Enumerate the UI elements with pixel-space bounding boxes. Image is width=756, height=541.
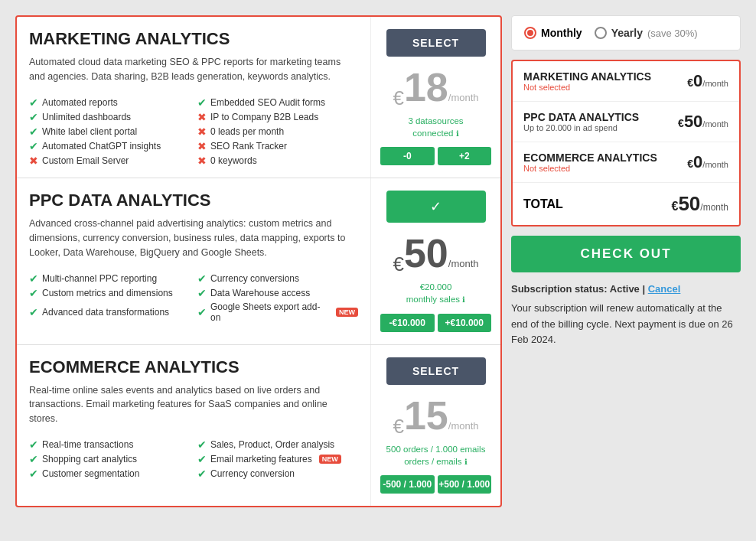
separator: | [642, 283, 647, 295]
ppc-stepper-plus[interactable]: +€10.000 [438, 314, 492, 332]
check-icon: ✔ [29, 140, 38, 152]
feature-chatgpt: ✔ Automated ChatGPT insights [29, 140, 190, 152]
marketing-plan-title: MARKETING ANALYTICS [29, 29, 230, 49]
billing-toggle: Monthly Yearly (save 30%) [511, 15, 741, 51]
subscription-status-label: Subscription status: [511, 283, 608, 295]
ecommerce-plan-right: SELECT €15/month 500 orders / 1.000 emai… [370, 345, 500, 506]
check-icon: ✔ [29, 438, 38, 451]
ppc-price: 50 [404, 231, 448, 275]
summary-marketing-price: 0 [693, 71, 702, 90]
summary-marketing-status: Not selected [523, 83, 651, 92]
check-icon: ✔ [29, 468, 38, 480]
ppc-stepper: -€10.000 +€10.000 [380, 314, 491, 332]
summary-ppc-row: PPC DATA ANALYTICS Up to 20.000 in ad sp… [513, 102, 739, 142]
ppc-selected-button[interactable]: ✓ [386, 191, 486, 223]
subscription-status: Subscription status: Active | Cancel You… [511, 282, 741, 348]
summary-marketing-per: /month [702, 79, 728, 88]
summary-ecom-name: ECOMMERCE ANALYTICS [523, 152, 657, 164]
marketing-stepper-minus[interactable]: -0 [380, 147, 435, 165]
ppc-plan-description: Advanced cross-channel paid advertising … [17, 217, 370, 267]
subscription-description: Your subscription will renew automatical… [511, 301, 741, 348]
ppc-currency: € [393, 253, 403, 275]
feature-segmentation: ✔ Customer segmentation [29, 468, 190, 480]
total-price: 50 [678, 192, 700, 215]
x-icon: ✖ [197, 155, 207, 167]
ecom-currency: € [393, 415, 403, 438]
plans-panel: MARKETING ANALYTICS Automated cloud data… [15, 15, 502, 507]
check-icon: ✔ [197, 287, 207, 299]
yearly-radio-label[interactable]: Yearly (save 30%) [595, 27, 698, 39]
check-icon: ✔ [29, 125, 38, 138]
summary-ecom-per: /month [702, 160, 728, 169]
ppc-plan-features: ✔ Multi-channel PPC reporting ✔ Currency… [17, 268, 370, 332]
check-icon: ✔ [29, 272, 38, 285]
monthly-radio[interactable] [524, 27, 536, 39]
x-icon: ✖ [197, 125, 207, 138]
ppc-plan-right: ✓ €50/month €20.000monthly sales ℹ -€10.… [370, 178, 500, 344]
subscription-cancel-link[interactable]: Cancel [648, 283, 681, 295]
ecommerce-select-button[interactable]: SELECT [386, 357, 486, 385]
marketing-stepper: -0 +2 [380, 147, 491, 165]
feature-shopping-cart: ✔ Shopping cart analytics [29, 453, 190, 465]
checkout-button[interactable]: CHECK OUT [511, 236, 741, 272]
summary-marketing-currency: € [687, 77, 693, 89]
feature-custom-metrics: ✔ Custom metrics and dimensions [29, 287, 190, 299]
check-icon: ✔ [29, 306, 38, 318]
marketing-stepper-plus[interactable]: +2 [438, 147, 492, 165]
ecom-price: 15 [404, 393, 448, 438]
summary-ecom-currency: € [687, 158, 693, 170]
feature-sales-analysis: ✔ Sales, Product, Order analysis [197, 438, 358, 451]
check-icon: ✔ [197, 438, 207, 451]
feature-currency-ecom: ✔ Currency conversion [197, 468, 358, 480]
ecommerce-plan-title: ECOMMERCE ANALYTICS [29, 357, 240, 377]
feature-b2b-leads: ✖ IP to Company B2B Leads [197, 111, 358, 123]
marketing-plan-section: MARKETING ANALYTICS Automated cloud data… [17, 17, 500, 178]
marketing-price: 18 [404, 65, 448, 109]
ecom-price-sub: 500 orders / 1.000 emailsorders / emails… [386, 443, 486, 468]
check-icon: ✔ [29, 287, 38, 299]
new-badge: NEW [336, 308, 358, 317]
summary-ecom-row: ECOMMERCE ANALYTICS Not selected €0/mont… [513, 142, 739, 183]
check-icon: ✔ [197, 96, 207, 109]
feature-dw-access: ✔ Data Warehouse access [197, 287, 358, 299]
summary-marketing-name: MARKETING ANALYTICS [523, 70, 651, 83]
check-icon: ✔ [29, 453, 38, 465]
monthly-radio-label[interactable]: Monthly [524, 27, 582, 39]
ppc-price-sub: €20.000monthly sales ℹ [406, 281, 466, 305]
monthly-label: Monthly [541, 27, 582, 39]
order-summary: MARKETING ANALYTICS Not selected €0/mont… [511, 60, 741, 227]
ecom-stepper-minus[interactable]: -500 / 1.000 [380, 475, 435, 494]
summary-ecom-status: Not selected [523, 164, 657, 173]
feature-custom-email: ✖ Custom Email Server [29, 155, 190, 167]
check-icon: ✔ [197, 468, 207, 480]
ecom-stepper-plus[interactable]: +500 / 1.000 [438, 475, 492, 494]
yearly-radio[interactable] [595, 27, 607, 39]
summary-marketing-row: MARKETING ANALYTICS Not selected €0/mont… [513, 61, 739, 102]
summary-ppc-per: /month [702, 119, 728, 129]
check-icon: ✔ [29, 111, 38, 123]
feature-keywords: ✖ 0 keywords [197, 155, 358, 167]
marketing-price-sub: 3 datasourcesconnected ℹ [408, 115, 463, 139]
summary-ppc-currency: € [678, 117, 684, 129]
x-icon: ✖ [197, 111, 207, 123]
check-icon: ✔ [29, 96, 38, 109]
marketing-select-button[interactable]: SELECT [386, 29, 486, 57]
ecommerce-plan-header: ECOMMERCE ANALYTICS [17, 345, 370, 383]
ppc-plan-title: PPC DATA ANALYTICS [29, 191, 211, 210]
ecom-stepper: -500 / 1.000 +500 / 1.000 [380, 475, 491, 494]
feature-automated-reports: ✔ Automated reports [29, 96, 190, 109]
feature-email-marketing: ✔ Email marketing features NEW [197, 453, 358, 465]
feature-adv-transform: ✔ Advanced data transformations [29, 301, 190, 323]
marketing-plan-description: Automated cloud data marketing SEO & PPC… [17, 55, 370, 92]
x-icon: ✖ [29, 155, 38, 167]
ppc-plan-header: PPC DATA ANALYTICS [17, 178, 370, 217]
feature-white-label: ✔ White label client portal [29, 125, 190, 138]
feature-leads-per-month: ✖ 0 leads per month [197, 125, 358, 138]
feature-realtime: ✔ Real-time transactions [29, 438, 190, 451]
check-icon: ✔ [197, 272, 207, 285]
right-panel: Monthly Yearly (save 30%) MARKETING ANAL… [511, 15, 741, 507]
ppc-stepper-minus[interactable]: -€10.000 [380, 314, 435, 332]
ecom-per: /month [448, 420, 479, 432]
summary-ppc-status: Up to 20.000 in ad spend [523, 123, 639, 132]
total-label: TOTAL [523, 197, 563, 211]
